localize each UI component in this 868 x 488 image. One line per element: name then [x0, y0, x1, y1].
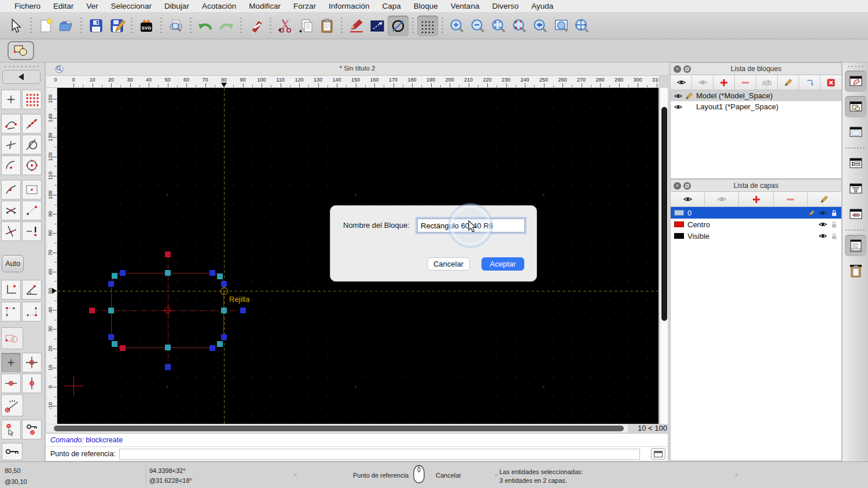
- snap-endpoints-button[interactable]: [1, 114, 21, 134]
- clipboard-panel-toggle[interactable]: [845, 260, 866, 282]
- menu-item-ver[interactable]: Ver: [80, 0, 104, 13]
- menu-item-forzar[interactable]: Forzar: [287, 0, 322, 13]
- snap-grid-button[interactable]: [22, 90, 42, 109]
- cut-button[interactable]: [275, 16, 296, 36]
- lock-icon[interactable]: [830, 221, 838, 228]
- layer-row[interactable]: 0: [671, 207, 841, 219]
- block-rename-button[interactable]: a|b: [756, 75, 778, 90]
- layer-show-all-button[interactable]: [671, 192, 705, 206]
- close-icon[interactable]: ×: [674, 182, 681, 190]
- restrict-nothing-button[interactable]: [1, 327, 23, 349]
- block-insert-button[interactable]: [799, 75, 821, 90]
- coord-cartesian-button[interactable]: [1, 280, 21, 300]
- snap-middle-button[interactable]: [1, 180, 21, 199]
- menu-item-seleccionar[interactable]: Seleccionar: [105, 0, 159, 13]
- lock-relative-zero-button[interactable]: [22, 420, 42, 439]
- zoom-pan-button[interactable]: [572, 16, 593, 36]
- horizontal-scrollbar[interactable]: [46, 424, 628, 432]
- snap-reference-button[interactable]: [22, 180, 42, 199]
- grid-toggle-button[interactable]: [417, 16, 438, 36]
- filter-panel-toggle[interactable]: [845, 178, 866, 199]
- redo-button[interactable]: [216, 16, 237, 36]
- lock-icon[interactable]: [830, 209, 838, 217]
- lock-icon[interactable]: [830, 232, 838, 240]
- cancel-button[interactable]: Cancelar: [427, 257, 470, 271]
- layer-add-button[interactable]: [739, 192, 773, 206]
- menu-item-diverso[interactable]: Diverso: [486, 0, 525, 13]
- snap-intersection-auto-button[interactable]: [1, 201, 21, 220]
- set-angle-button[interactable]: [1, 394, 23, 416]
- zoom-window-button[interactable]: [551, 16, 572, 36]
- block-edit-button[interactable]: [778, 75, 799, 90]
- block-delete-button[interactable]: [821, 75, 841, 90]
- zoom-out-button[interactable]: [468, 16, 488, 36]
- circle-tool-button[interactable]: [388, 16, 409, 36]
- restrict-both-button[interactable]: [22, 353, 42, 372]
- coord-relative-1-button[interactable]: [1, 302, 21, 321]
- snap-manual-button[interactable]: [1, 420, 21, 439]
- layer-edit-button[interactable]: [808, 192, 841, 206]
- snap-restrict-off-button[interactable]: [22, 221, 42, 241]
- select-pointer-tool[interactable]: [6, 16, 27, 36]
- block-hide-all-button[interactable]: [692, 75, 713, 90]
- save-button[interactable]: [86, 16, 106, 36]
- layer-hide-all-button[interactable]: [705, 192, 739, 206]
- restrict-vertical-button[interactable]: [22, 374, 42, 393]
- entity-category-button[interactable]: [8, 41, 34, 60]
- print-preview-button[interactable]: [165, 16, 186, 36]
- library-panel-toggle[interactable]: [845, 121, 866, 143]
- undo-button[interactable]: [195, 16, 216, 36]
- accept-button[interactable]: Aceptar: [481, 257, 524, 271]
- save-as-button[interactable]: [106, 16, 127, 36]
- layer-row[interactable]: Visible: [671, 230, 841, 242]
- visibility-eye-icon[interactable]: [819, 209, 827, 217]
- horizontal-scrollbar-thumb[interactable]: [54, 426, 624, 431]
- zoom-auto-button[interactable]: [488, 16, 509, 36]
- snap-distance-manual-button[interactable]: [22, 201, 42, 220]
- snap-tangent-button[interactable]: [22, 135, 42, 154]
- snap-back-button[interactable]: [2, 70, 41, 84]
- delete-eraser-button[interactable]: [245, 16, 266, 36]
- restrict-orthogonal-button[interactable]: [1, 353, 21, 372]
- zoom-selection-button[interactable]: [509, 16, 530, 36]
- snap-intersection-button[interactable]: [1, 221, 21, 241]
- snap-distance-button[interactable]: [1, 156, 21, 175]
- vertical-scrollbar-thumb[interactable]: [661, 107, 667, 321]
- float-panel-icon[interactable]: [683, 182, 691, 190]
- visibility-eye-icon[interactable]: [819, 232, 827, 240]
- command-keyboard-button[interactable]: [651, 448, 665, 460]
- edit-pencil-icon[interactable]: [808, 209, 815, 217]
- set-relative-zero-button[interactable]: [2, 443, 23, 460]
- command-input[interactable]: [119, 449, 640, 460]
- close-icon[interactable]: ×: [674, 65, 681, 73]
- command-options-toggle[interactable]: [845, 204, 866, 225]
- command-line-toggle[interactable]: [845, 235, 866, 256]
- float-panel-icon[interactable]: [683, 65, 691, 73]
- zoom-previous-button[interactable]: [530, 16, 551, 36]
- snap-perpendicular-button[interactable]: [1, 135, 21, 154]
- menu-item-ventana[interactable]: Ventana: [444, 0, 486, 13]
- menu-item-acotación[interactable]: Acotación: [196, 0, 242, 13]
- menu-item-modificar[interactable]: Modificar: [242, 0, 287, 13]
- menu-item-dibujar[interactable]: Dibujar: [158, 0, 196, 13]
- open-file-button[interactable]: [56, 16, 77, 36]
- menu-item-ayuda[interactable]: Ayuda: [525, 0, 560, 13]
- snap-auto-button[interactable]: Auto: [2, 255, 24, 272]
- block-row[interactable]: Layout1 (*Paper_Space): [671, 101, 841, 112]
- block-show-all-button[interactable]: [671, 75, 692, 90]
- visibility-eye-icon[interactable]: [674, 92, 682, 100]
- menu-item-capa[interactable]: Capa: [376, 0, 407, 13]
- svg-export-button[interactable]: SVG: [136, 16, 157, 36]
- layer-remove-button[interactable]: [774, 192, 808, 206]
- menu-item-bloque[interactable]: Bloque: [407, 0, 444, 13]
- paste-button[interactable]: [317, 16, 337, 36]
- document-titlebar[interactable]: * Sin título 2: [46, 62, 668, 76]
- copy-button[interactable]: [296, 16, 317, 36]
- menu-item-información[interactable]: Información: [322, 0, 376, 13]
- pen-panel-toggle[interactable]: [845, 71, 866, 92]
- block-add-button[interactable]: [713, 75, 735, 90]
- line-tool-button[interactable]: [367, 16, 388, 36]
- menu-item-fichero[interactable]: Fichero: [8, 0, 47, 13]
- coord-relative-2-button[interactable]: [22, 302, 42, 321]
- visibility-eye-icon[interactable]: [674, 103, 682, 111]
